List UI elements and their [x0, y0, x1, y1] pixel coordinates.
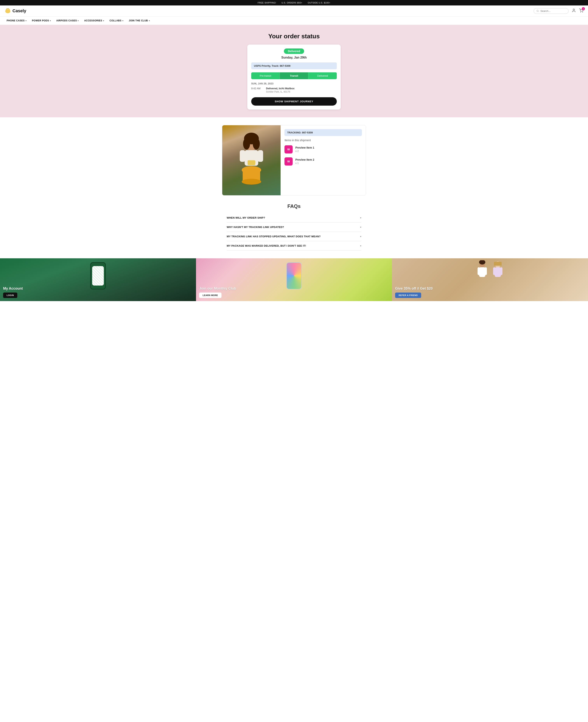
card-title-1: My Account — [3, 287, 193, 291]
item-icon-1: W — [285, 145, 293, 153]
nav-phone-cases[interactable]: PHONE CASES ▾ — [5, 17, 28, 25]
faq-item-2[interactable]: WHY HASN'T MY TRACKING LINK UPDATED? ▾ — [227, 223, 361, 232]
login-button[interactable]: LOGIN — [3, 292, 17, 298]
card-overlay-1: My Account LOGIN — [0, 283, 196, 301]
card-title-2: Join our Monthly Club — [199, 287, 389, 291]
faq-question-3: MY TRACKING LINK HAS STOPPED UPDATING, W… — [227, 235, 321, 238]
shipment-section: TRACKING: 867-5309 Items in this shipmen… — [222, 125, 366, 195]
delivery-description: Delivered, In/At Mailbox Schiller Park, … — [266, 87, 295, 94]
svg-rect-10 — [240, 150, 245, 162]
bottom-card-club: Join our Monthly Club LEARN MORE — [196, 258, 392, 301]
nav-join-the-club[interactable]: JOIN THE CLUB ▾ — [127, 17, 152, 25]
delivery-location: Schiller Park, IL, 60176 — [266, 90, 290, 93]
delivery-time: 9:42 AM — [251, 87, 263, 90]
svg-point-1 — [537, 10, 539, 12]
shipment-details: TRACKING: 867-5309 Items in this shipmen… — [280, 125, 366, 195]
tracking-bar: USPS Priority, Track: 867-5309 — [251, 62, 337, 69]
tab-pre-transit[interactable]: Pre transit — [251, 73, 280, 79]
header-right: 1 — [533, 8, 583, 14]
tab-transit[interactable]: Transit — [280, 73, 308, 79]
logo[interactable]: Casely — [5, 8, 26, 14]
order-card: Delivered Sunday, Jan 29th USPS Priority… — [247, 44, 341, 109]
person-illustration — [232, 129, 271, 191]
chevron-down-icon: ▾ — [360, 216, 361, 219]
svg-point-3 — [581, 12, 581, 12]
account-icon[interactable] — [572, 8, 576, 14]
items-in-shipment-label: Items in this shipment — [285, 139, 362, 142]
item-qty-1: x 2 — [295, 149, 299, 152]
faq-question-2: WHY HASN'T MY TRACKING LINK UPDATED? — [227, 226, 284, 229]
chevron-down-icon: ▾ — [103, 20, 104, 22]
svg-point-8 — [253, 138, 260, 149]
svg-rect-20 — [485, 267, 487, 275]
svg-rect-18 — [479, 267, 485, 277]
tracking-number[interactable]: 867-5309 — [280, 64, 291, 67]
faq-item-4[interactable]: MY PACKAGE WAS MARKED DELIVERED, BUT I D… — [227, 241, 361, 250]
svg-rect-11 — [258, 150, 263, 162]
chevron-down-icon: ▾ — [122, 20, 124, 22]
svg-rect-25 — [500, 267, 502, 275]
bottom-cards: My Account LOGIN Join our Monthly Club L… — [0, 258, 588, 301]
card-title-3: Give 35% off // Get $20 — [395, 287, 585, 291]
learn-more-button[interactable]: LEARN MORE — [199, 292, 222, 298]
refer-friend-button[interactable]: REFER A FRIEND — [395, 292, 421, 298]
banner-text-1: FREE SHIPPING! — [258, 2, 276, 4]
logo-text: Casely — [13, 8, 26, 14]
card-overlay-3: Give 35% off // Get $20 REFER A FRIEND — [392, 283, 588, 301]
nav-accessories[interactable]: ACCESSORIES ▾ — [82, 17, 106, 25]
top-banner: FREE SHIPPING! U.S. ORDERS $50+ OUTSIDE … — [0, 0, 588, 5]
shipment-item-2: W Preview Item 2 x 1 — [285, 157, 362, 166]
svg-point-7 — [243, 138, 250, 149]
svg-rect-12 — [248, 160, 255, 165]
cart-badge: 1 — [582, 7, 585, 10]
faqs-section: FAQs WHEN WILL MY ORDER SHIP? ▾ WHY HASN… — [222, 203, 366, 250]
header: Casely 1 — [0, 5, 588, 17]
logo-icon — [5, 8, 11, 14]
page-title: Your order status — [4, 33, 584, 40]
item-icon-2: W — [285, 157, 293, 166]
cart-icon-wrapper[interactable]: 1 — [579, 8, 583, 14]
item-info-1: Preview Item 1 x 2 — [295, 146, 314, 153]
item-name-1: Preview Item 1 — [295, 146, 314, 149]
faq-item-3[interactable]: MY TRACKING LINK HAS STOPPED UPDATING, W… — [227, 232, 361, 241]
shipment-tracking-label: TRACKING: 867-5309 — [285, 129, 362, 136]
chevron-down-icon: ▾ — [78, 20, 79, 22]
faq-item-1[interactable]: WHEN WILL MY ORDER SHIP? ▾ — [227, 213, 361, 223]
bottom-card-account: My Account LOGIN — [0, 258, 196, 301]
faq-question-1: WHEN WILL MY ORDER SHIP? — [227, 216, 265, 219]
faq-question-4: MY PACKAGE WAS MARKED DELIVERED, BUT I D… — [227, 244, 306, 247]
bottom-card-referral: Give 35% off // Get $20 REFER A FRIEND — [392, 258, 588, 301]
delivered-badge: Delivered — [284, 48, 304, 54]
item-info-2: Preview Item 2 x 1 — [295, 158, 314, 165]
delivery-status: Delivered, In/At Mailbox — [266, 87, 295, 90]
progress-tabs: Pre transit Transit Delivered — [251, 73, 337, 79]
chevron-down-icon: ▾ — [360, 245, 361, 247]
nav-collabs[interactable]: COLLABS ▾ — [107, 17, 125, 25]
nav-airpods-cases[interactable]: AIRPODS CASES ▾ — [55, 17, 81, 25]
order-date: Sunday, Jan 29th — [251, 56, 337, 59]
nav-power-pods[interactable]: POWER PODS ▾ — [30, 17, 53, 25]
shipment-image — [222, 125, 280, 195]
hero-section: Your order status Delivered Sunday, Jan … — [0, 25, 588, 117]
search-icon — [537, 9, 539, 12]
svg-point-2 — [573, 9, 574, 10]
navigation: PHONE CASES ▾ POWER PODS ▾ AIRPODS CASES… — [0, 17, 588, 25]
search-input[interactable] — [540, 9, 566, 13]
item-qty-2: x 1 — [295, 162, 299, 165]
chevron-down-icon: ▾ — [25, 20, 27, 22]
chevron-down-icon: ▾ — [149, 20, 150, 22]
faqs-title: FAQs — [227, 203, 361, 209]
chevron-down-icon: ▾ — [50, 20, 51, 22]
search-bar[interactable] — [533, 8, 569, 14]
show-shipment-button[interactable]: SHOW SHIPMENT JOURNEY — [251, 97, 337, 106]
chevron-down-icon: ▾ — [360, 226, 361, 229]
svg-rect-19 — [478, 267, 480, 275]
svg-point-15 — [242, 179, 261, 185]
svg-rect-24 — [493, 267, 496, 275]
tab-delivered[interactable]: Delivered — [308, 73, 337, 79]
svg-rect-22 — [494, 262, 502, 266]
shipment-item-1: W Preview Item 1 x 2 — [285, 145, 362, 153]
chevron-down-icon: ▾ — [360, 235, 361, 238]
banner-text-2: U.S. ORDERS $50+ — [281, 2, 302, 4]
item-name-2: Preview Item 2 — [295, 158, 314, 161]
